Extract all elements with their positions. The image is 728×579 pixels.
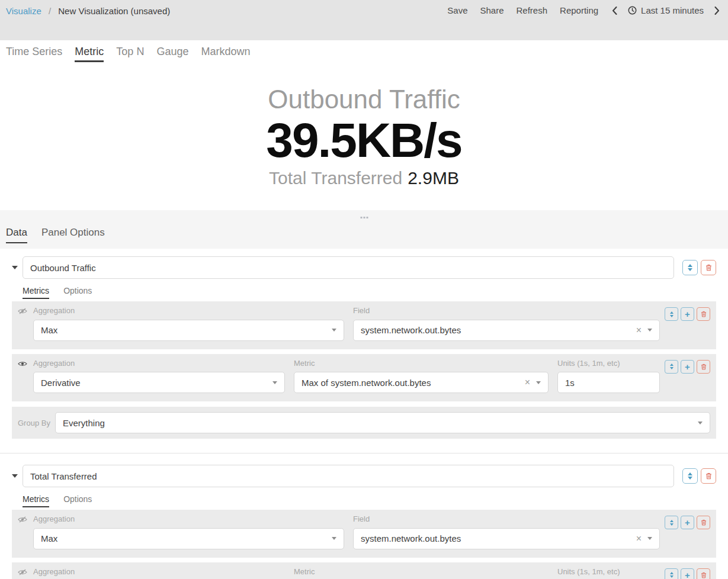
field-combobox[interactable]: system.network.out.bytes× (353, 320, 660, 341)
trash-icon (705, 264, 712, 271)
time-range-label: Last 15 minutes (641, 5, 704, 15)
aggregation-select[interactable]: Derivative (33, 372, 285, 393)
aggregation-select[interactable]: Max (33, 320, 344, 341)
series-delete-button[interactable] (701, 468, 716, 484)
metric-combobox[interactable]: Max of system.network.out.bytes× (294, 372, 549, 393)
field-label: Field (353, 306, 660, 316)
metric-delete-button[interactable] (697, 360, 710, 374)
field-combobox[interactable]: system.network.out.bytes× (353, 528, 660, 549)
chevron-down-icon (272, 381, 277, 384)
caret-down-icon (12, 266, 18, 269)
tab-markdown[interactable]: Markdown (201, 46, 250, 63)
metric-add-button[interactable]: + (681, 516, 694, 529)
tab-options[interactable]: Options (63, 494, 92, 507)
reporting-button[interactable]: Reporting (560, 5, 598, 15)
aggregation-label: Aggregation (33, 567, 285, 577)
tab-data[interactable]: Data (6, 227, 27, 243)
metric-row-buttons: + (665, 514, 710, 529)
time-back-button[interactable] (612, 7, 617, 15)
breadcrumb-visualize-link[interactable]: Visualize (6, 6, 41, 16)
units-input[interactable] (557, 372, 660, 393)
tab-time-series[interactable]: Time Series (6, 46, 62, 63)
plus-icon: + (685, 310, 690, 319)
tab-panel-options[interactable]: Panel Options (41, 227, 105, 243)
sort-arrows-icon (670, 364, 674, 369)
breadcrumb-separator: / (49, 6, 51, 16)
series-sort-button[interactable] (682, 468, 698, 484)
time-forward-button[interactable] (714, 7, 720, 15)
trash-icon (701, 572, 707, 578)
visual-builder-app: Visualize / New Visualization (unsaved) … (0, 0, 728, 579)
aggregation-label: Aggregation (33, 359, 285, 368)
metric-sort-button[interactable] (665, 360, 678, 374)
series-label-input[interactable] (23, 256, 674, 279)
metric-add-button[interactable]: + (681, 307, 694, 321)
group-by-label: Group By (18, 419, 55, 427)
metric-row-derivative: Aggregation Derivative Metric Max of sys… (12, 354, 716, 402)
group-by-select[interactable]: Everything (55, 412, 710, 433)
eye-slash-icon (18, 306, 33, 341)
series-header-row (12, 256, 716, 279)
metric-sort-button[interactable] (665, 307, 678, 321)
visualization-type-tabs: Time Series Metric Top N Gauge Markdown (0, 40, 728, 63)
breadcrumb-current-page: New Visualization (unsaved) (58, 6, 170, 16)
chevron-down-icon (332, 537, 336, 540)
metric-visualization: Outbound Traffic 39.5KB/s Total Transfer… (0, 63, 728, 210)
timepicker-button[interactable]: Last 15 minutes (628, 5, 704, 15)
chevron-down-icon (647, 537, 652, 540)
trash-icon (701, 519, 707, 526)
chevron-left-icon (612, 7, 617, 15)
series-collapse-toggle[interactable] (12, 474, 23, 478)
metric-row-buttons: + (665, 567, 710, 579)
series-sort-button[interactable] (682, 260, 698, 275)
tab-metrics[interactable]: Metrics (23, 494, 49, 507)
tab-top-n[interactable]: Top N (116, 46, 144, 63)
top-header: Visualize / New Visualization (unsaved) … (0, 0, 728, 40)
series-sub-tabs: Metrics Options (23, 494, 716, 507)
metric-delete-button[interactable] (697, 307, 710, 321)
metric-row-buttons: + (665, 359, 710, 374)
series-header-row (12, 465, 716, 487)
clear-icon[interactable]: × (636, 326, 642, 335)
series-outbound-traffic: Metrics Options Aggregation Max Field sy… (12, 256, 716, 439)
trash-icon (705, 472, 712, 480)
metric-secondary-value: 2.9MB (408, 168, 459, 188)
resize-handle[interactable] (358, 215, 370, 220)
chevron-down-icon (698, 422, 703, 424)
tab-gauge[interactable]: Gauge (156, 46, 188, 63)
metric-row-partial: Aggregation Metric Units (1s, 1m, etc) + (12, 562, 716, 579)
chevron-down-icon (647, 329, 652, 332)
plus-icon: + (685, 518, 690, 527)
series-collapse-toggle[interactable] (12, 266, 23, 269)
metric-delete-button[interactable] (697, 516, 710, 529)
chevron-down-icon (332, 329, 336, 332)
chevron-right-icon (714, 7, 720, 15)
plus-icon: + (685, 362, 690, 371)
tab-options[interactable]: Options (63, 286, 92, 299)
caret-down-icon (12, 474, 18, 478)
metric-sort-button[interactable] (665, 516, 678, 529)
save-button[interactable]: Save (447, 5, 467, 15)
series-label-input[interactable] (23, 465, 674, 487)
eye-slash-icon (18, 567, 33, 579)
metric-add-button[interactable]: + (681, 360, 694, 374)
series-delete-button[interactable] (701, 260, 716, 275)
metric-delete-button[interactable] (697, 568, 710, 579)
sort-arrows-icon (670, 311, 674, 317)
metric-row-max: Aggregation Max Field system.network.out… (12, 301, 716, 349)
aggregation-select[interactable]: Max (33, 528, 344, 549)
units-label: Units (1s, 1m, etc) (557, 567, 660, 577)
trash-icon (701, 311, 707, 317)
units-label: Units (1s, 1m, etc) (557, 359, 660, 368)
share-button[interactable]: Share (480, 5, 503, 15)
clear-icon[interactable]: × (636, 534, 642, 543)
aggregation-label: Aggregation (33, 306, 344, 316)
metric-add-button[interactable]: + (681, 568, 694, 579)
plus-icon: + (685, 571, 690, 579)
refresh-button[interactable]: Refresh (517, 5, 548, 15)
metric-sort-button[interactable] (665, 568, 678, 579)
tab-metric[interactable]: Metric (75, 46, 104, 63)
time-navigation: Last 15 minutes (612, 5, 720, 15)
clear-icon[interactable]: × (525, 378, 530, 387)
tab-metrics[interactable]: Metrics (23, 286, 49, 299)
